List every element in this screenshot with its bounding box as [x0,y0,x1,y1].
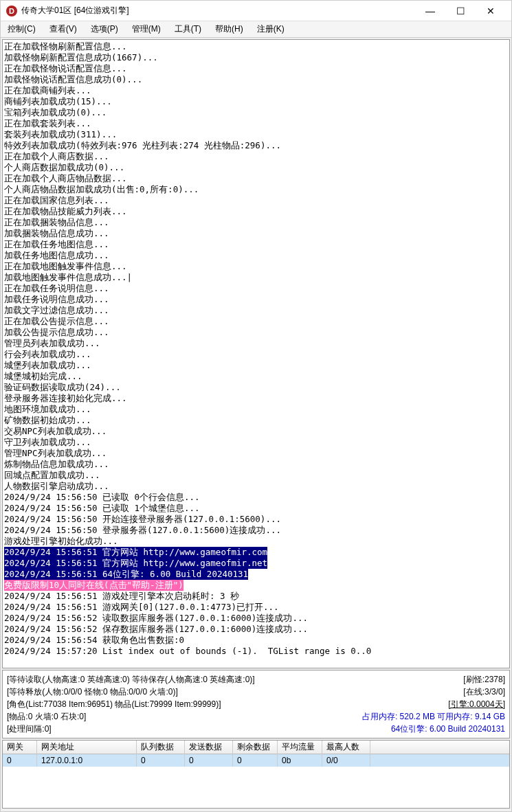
menu-manage[interactable]: 管理(M) [129,22,164,36]
log-line: 套装列表加载成功(311)... [4,129,508,140]
log-line: 登录服务器连接初始化完成... [4,393,508,404]
cell-max: 0/0 [322,754,370,767]
log-line: 管理员列表加载成功... [4,338,508,349]
log-line: 人物数据引擎启动成功... [4,481,508,492]
log-line: 地图环境加载成功... [4,404,508,415]
status-engine-days: [引擎:0.0004天] [354,698,505,710]
log-line: 回城点配置加载成功... [4,470,508,481]
log-line: 守卫列表加载成功... [4,437,508,448]
log-line: 正在加载地图触发事件信息... [4,261,508,272]
titlebar: D 传奇大学01区 [64位游戏引擎] — ☐ ✕ [1,1,511,21]
log-line: 正在加载任务地图信息... [4,239,508,250]
log-line: 2024/9/24 15:56:51 游戏处理引擎本次启动耗时: 3 秒 [4,591,508,602]
log-line: 2024/9/24 15:56:51 游戏网关[0](127.0.0.1:477… [4,602,508,613]
log-line-highlight: 2024/9/24 15:56:51 官方网站 http://www.gameo… [4,547,508,558]
log-line: 加载任务地图信息成功... [4,250,508,261]
menu-options[interactable]: 选项(P) [88,22,121,36]
log-line: 正在加载公告提示信息... [4,316,508,327]
status-read: [等待读取(人物高速:0 英雄高速:0) 等待保存(人物高速:0 英雄高速:0)… [7,673,354,686]
log-line: 加载怪物刷新配置信息成功(1667)... [4,52,508,63]
log-line: 加载捆装物品信息成功... [4,228,508,239]
log-line: 加载公告提示信息成功... [4,327,508,338]
menu-register[interactable]: 注册(K) [254,22,287,36]
log-line: 正在加载捆装物品信息... [4,217,508,228]
log-line: 正在加载国家信息列表... [4,195,508,206]
log-line: 验证码数据读取成功(24)... [4,382,508,393]
status-items: [物品:0 火墙:0 石块:0] [7,710,354,723]
log-line: 加载文字过滤信息成功... [4,305,508,316]
log-line: 2024/9/24 15:56:52 读取数据库服务器(127.0.0.1:60… [4,613,508,624]
log-output[interactable]: 正在加载怪物刷新配置信息...加载怪物刷新配置信息成功(1667)...正在加载… [2,39,510,668]
log-line: 正在加载物品技能威力列表... [4,206,508,217]
log-line: 2024/9/24 15:56:50 已读取 0个行会信息... [4,492,508,503]
log-line-highlight: 2024/9/24 15:56:51 官方网站 http://www.gameo… [4,558,508,569]
menubar: 控制(C) 查看(V) 选项(P) 管理(M) 工具(T) 帮助(H) 注册(K… [1,21,511,38]
col-queue[interactable]: 队列数据 [137,740,185,754]
cell-send: 0 [185,754,233,767]
col-avg[interactable]: 平均流量 [278,740,322,754]
log-line: 2024/9/24 15:56:54 获取角色出售数据:0 [4,635,508,646]
status-interval: [处理间隔:0] [7,723,354,735]
log-line: 正在加载怪物说话配置信息... [4,63,508,74]
log-line: 2024/9/24 15:56:50 登录服务器(127.0.0.1:5600)… [4,525,508,536]
status-role: [角色(List:77038 Item:96951) 物品(List:79999… [7,698,354,710]
log-line: 正在加载任务说明信息... [4,283,508,294]
menu-view[interactable]: 查看(V) [47,22,80,36]
log-line: 2024/9/24 15:56:50 已读取 1个城堡信息... [4,503,508,514]
status-memory: 占用内存: 520.2 MB 可用内存: 9.14 GB [354,710,505,723]
log-line-warning: 免费版限制10人同时在线(点击"帮助-注册") [4,580,508,591]
log-line: 特效列表加载成功(特效列表:976 光柱列表:274 光柱物品:296)... [4,140,508,151]
status-release: [等待释放(人物:0/0/0 怪物:0 物品:0/0/0 火墙:0)] [7,686,354,698]
log-line: 个人商店物品数据加载成功(出售:0,所有:0)... [4,184,508,195]
close-button[interactable]: ✕ [476,1,506,21]
col-max[interactable]: 最高人数 [322,740,370,754]
log-line: 正在加载个人商店数据... [4,151,508,162]
cell-addr: 127.0.0.1:0 [37,754,137,767]
log-line-highlight: 2024/9/24 15:56:51 64位引擎: 6.00 Build 202… [4,569,508,580]
app-icon: D [6,5,17,16]
maximize-button[interactable]: ☐ [445,1,476,21]
log-line: 加载任务说明信息成功... [4,294,508,305]
footer [1,810,511,811]
cell-gw: 0 [3,754,37,767]
log-line: 商铺列表加载成功(15)... [4,96,508,107]
menu-tools[interactable]: 工具(T) [172,22,204,36]
minimize-button[interactable]: — [415,1,445,21]
log-line: 正在加载怪物刷新配置信息... [4,41,508,52]
log-line: 管理NPC列表加载成功... [4,448,508,459]
log-line: 矿物数据初始成功... [4,415,508,426]
log-line: 游戏处理引擎初始化成功... [4,536,508,547]
log-line: 城堡城初始完成... [4,371,508,382]
log-line: 个人商店数据加载成功(0)... [4,162,508,173]
gateway-row[interactable]: 0 127.0.0.1:0 0 0 0 0b 0/0 [3,754,509,767]
log-line: 正在加载商铺列表... [4,85,508,96]
gateway-panel: 网关 网关地址 队列数据 发送数据 剩余数据 平均流量 最高人数 0 127.0… [2,740,510,809]
log-line: 行会列表加载成功... [4,349,508,360]
log-line: 炼制物品信息加载成功... [4,459,508,470]
log-line: 正在加载个人商店物品数据... [4,173,508,184]
status-engine-build: 64位引擎: 6.00 Build 20240131 [354,723,505,735]
col-addr[interactable]: 网关地址 [37,740,137,754]
status-panel: [等待读取(人物高速:0 英雄高速:0) 等待保存(人物高速:0 英雄高速:0)… [2,670,510,738]
cell-queue: 0 [137,754,185,767]
menu-help[interactable]: 帮助(H) [212,22,246,36]
cell-remain: 0 [233,754,278,767]
col-gw[interactable]: 网关 [3,740,37,754]
col-remain[interactable]: 剩余数据 [233,740,278,754]
log-line: 2024/9/24 15:56:52 保存数据库服务器(127.0.0.1:60… [4,624,508,635]
cell-avg: 0b [278,754,322,767]
log-line: 2024/9/24 15:57:20 List index out of bou… [4,646,508,657]
log-line: 正在加载套装列表... [4,118,508,129]
window-title: 传奇大学01区 [64位游戏引擎] [21,5,415,16]
log-line: 城堡列表加载成功... [4,360,508,371]
log-line: 加载地图触发事件信息成功...| [4,272,508,283]
log-line: 宝箱列表加载成功(0)... [4,107,508,118]
log-line: 交易NPC列表加载成功... [4,426,508,437]
status-mob: [刷怪:2378] [354,673,505,686]
status-online: [在线:3/3/0] [354,686,505,698]
menu-control[interactable]: 控制(C) [5,22,38,36]
gateway-header: 网关 网关地址 队列数据 发送数据 剩余数据 平均流量 最高人数 [3,741,509,754]
log-line: 加载怪物说话配置信息成功(0)... [4,74,508,85]
col-send[interactable]: 发送数据 [185,740,233,754]
log-line: 2024/9/24 15:56:50 开始连接登录服务器(127.0.0.1:5… [4,514,508,525]
